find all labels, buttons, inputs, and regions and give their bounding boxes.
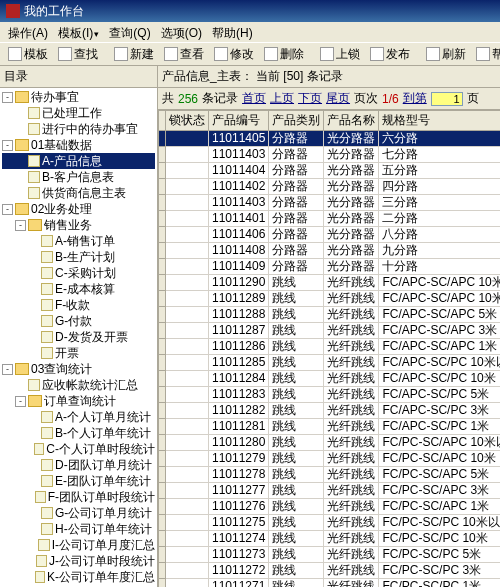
cell[interactable]: 光纤跳线	[324, 291, 379, 307]
toolbar-button[interactable]: 新建	[110, 45, 158, 64]
cell[interactable]	[166, 531, 209, 547]
tree-expander-icon[interactable]: -	[15, 220, 26, 231]
cell[interactable]	[166, 339, 209, 355]
table-row[interactable]: 11011405分路器光分路器六分路Admin	[159, 131, 501, 147]
cell[interactable]: 11011279	[209, 451, 269, 467]
table-row[interactable]: 11011401分路器光分路器二分路Admin	[159, 211, 501, 227]
tree-expander-icon[interactable]: -	[2, 204, 13, 215]
tree-node[interactable]: -01基础数据	[2, 137, 155, 153]
cell[interactable]: 光分路器	[324, 211, 379, 227]
cell[interactable]: 11011271	[209, 579, 269, 588]
cell[interactable]: 11011273	[209, 547, 269, 563]
tree-node[interactable]: D-团队订单月统计	[2, 457, 155, 473]
table-row[interactable]: 11011275跳线光纤跳线FC/PC-SC/PC 10米以上Admin	[159, 515, 501, 531]
cell[interactable]: 11011402	[209, 179, 269, 195]
cell[interactable]	[166, 179, 209, 195]
cell[interactable]: 11011404	[209, 163, 269, 179]
cell[interactable]: 11011287	[209, 323, 269, 339]
cell[interactable]: 光分路器	[324, 259, 379, 275]
cell[interactable]: 分路器	[269, 131, 324, 147]
cell[interactable]: FC/PC-SC/PC 5米	[379, 547, 500, 563]
cell[interactable]: FC/APC-SC/APC 1米	[379, 339, 500, 355]
pager-last[interactable]: 尾页	[326, 90, 350, 107]
cell[interactable]: 光纤跳线	[324, 467, 379, 483]
pager-prev[interactable]: 上页	[270, 90, 294, 107]
cell[interactable]: 分路器	[269, 163, 324, 179]
cell[interactable]: 跳线	[269, 483, 324, 499]
table-row[interactable]: 11011282跳线光纤跳线FC/APC-SC/PC 3米Admin	[159, 403, 501, 419]
table-row[interactable]: 11011284跳线光纤跳线FC/APC-SC/PC 10米Admin	[159, 371, 501, 387]
tree-node[interactable]: A-销售订单	[2, 233, 155, 249]
toolbar-button[interactable]: 刷新	[422, 45, 470, 64]
cell[interactable]: 跳线	[269, 371, 324, 387]
cell[interactable]	[166, 211, 209, 227]
cell[interactable]: 光纤跳线	[324, 323, 379, 339]
table-row[interactable]: 11011285跳线光纤跳线FC/APC-SC/PC 10米以上Admin	[159, 355, 501, 371]
table-row[interactable]: 11011287跳线光纤跳线FC/APC-SC/APC 3米Admin	[159, 323, 501, 339]
cell[interactable]: 跳线	[269, 387, 324, 403]
cell[interactable]: 三分路	[379, 195, 500, 211]
table-row[interactable]: 11011290跳线光纤跳线FC/APC-SC/APC 10米以上Admin	[159, 275, 501, 291]
cell[interactable]	[166, 403, 209, 419]
cell[interactable]: 11011408	[209, 243, 269, 259]
cell[interactable]: FC/PC-SC/PC 1米	[379, 579, 500, 588]
table-row[interactable]: 11011283跳线光纤跳线FC/APC-SC/PC 5米Admin	[159, 387, 501, 403]
cell[interactable]: 光纤跳线	[324, 531, 379, 547]
table-row[interactable]: 11011286跳线光纤跳线FC/APC-SC/APC 1米Admin	[159, 339, 501, 355]
cell[interactable]: 11011277	[209, 483, 269, 499]
table-row[interactable]: 11011406分路器光分路器八分路Admin	[159, 227, 501, 243]
cell[interactable]: 跳线	[269, 499, 324, 515]
cell[interactable]	[166, 579, 209, 588]
tree-node[interactable]: 供货商信息主表	[2, 185, 155, 201]
tree-node[interactable]: 进行中的待办事宜	[2, 121, 155, 137]
toolbar-button[interactable]: 发布	[366, 45, 414, 64]
cell[interactable]: 11011401	[209, 211, 269, 227]
cell[interactable]: FC/APC-SC/PC 10米以上	[379, 355, 500, 371]
cell[interactable]	[166, 259, 209, 275]
cell[interactable]: FC/PC-SC/PC 3米	[379, 563, 500, 579]
cell[interactable]: 跳线	[269, 531, 324, 547]
menu-item[interactable]: 帮助(H)	[208, 24, 257, 40]
tree-node[interactable]: A-产品信息	[2, 153, 155, 169]
tree-node[interactable]: 开票	[2, 345, 155, 361]
cell[interactable]: 光纤跳线	[324, 387, 379, 403]
cell[interactable]: 光分路器	[324, 147, 379, 163]
cell[interactable]: 光分路器	[324, 195, 379, 211]
tree-node[interactable]: F-团队订单时段统计	[2, 489, 155, 505]
cell[interactable]: 11011403	[209, 195, 269, 211]
tree-node[interactable]: C-个人订单时段统计	[2, 441, 155, 457]
cell[interactable]: 光纤跳线	[324, 451, 379, 467]
table-row[interactable]: 11011280跳线光纤跳线FC/PC-SC/APC 10米以上Admin	[159, 435, 501, 451]
toolbar-button[interactable]: 上锁	[316, 45, 364, 64]
table-row[interactable]: 11011402分路器光分路器四分路Admin	[159, 179, 501, 195]
cell[interactable]: FC/PC-SC/APC 10米	[379, 451, 500, 467]
cell[interactable]	[166, 243, 209, 259]
cell[interactable]: FC/APC-SC/APC 3米	[379, 323, 500, 339]
toolbar-button[interactable]: 修改	[210, 45, 258, 64]
table-row[interactable]: 11011403分路器光分路器三分路Admin	[159, 195, 501, 211]
cell[interactable]: FC/APC-SC/APC 5米	[379, 307, 500, 323]
column-header[interactable]: 锁状态	[166, 111, 209, 131]
cell[interactable]: FC/APC-SC/APC 10米	[379, 291, 500, 307]
data-grid[interactable]: 锁状态产品编号产品类别产品名称规格型号最后修改11011405分路器光分路器六分…	[158, 110, 500, 587]
tree-node[interactable]: J-公司订单时段统计	[2, 553, 155, 569]
table-row[interactable]: 11011277跳线光纤跳线FC/PC-SC/APC 3米Admin	[159, 483, 501, 499]
table-row[interactable]: 11011404分路器光分路器五分路Admin	[159, 163, 501, 179]
tree-node[interactable]: C-采购计划	[2, 265, 155, 281]
cell[interactable]: FC/PC-SC/APC 1米	[379, 499, 500, 515]
cell[interactable]: 11011409	[209, 259, 269, 275]
cell[interactable]: 11011405	[209, 131, 269, 147]
table-row[interactable]: 11011272跳线光纤跳线FC/PC-SC/PC 3米Admin	[159, 563, 501, 579]
tree-node[interactable]: D-发货及开票	[2, 329, 155, 345]
pager-first[interactable]: 首页	[242, 90, 266, 107]
cell[interactable]: 光纤跳线	[324, 563, 379, 579]
cell[interactable]: FC/PC-SC/PC 10米以上	[379, 515, 500, 531]
cell[interactable]: 光分路器	[324, 163, 379, 179]
cell[interactable]: 11011285	[209, 355, 269, 371]
tree[interactable]: -待办事宜已处理工作进行中的待办事宜-01基础数据A-产品信息B-客户信息表供货…	[0, 88, 157, 587]
table-row[interactable]: 11011274跳线光纤跳线FC/PC-SC/PC 10米Admin	[159, 531, 501, 547]
column-header[interactable]: 规格型号	[379, 111, 500, 131]
cell[interactable]: 11011275	[209, 515, 269, 531]
toolbar-button[interactable]: 帮助	[472, 45, 500, 64]
tree-node[interactable]: A-个人订单月统计	[2, 409, 155, 425]
